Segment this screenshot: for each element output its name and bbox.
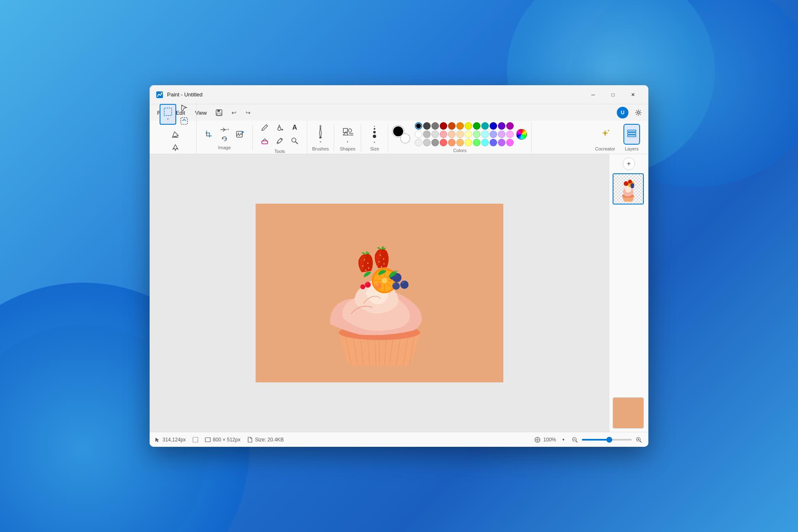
- svg-point-79: [537, 439, 538, 441]
- zoom-in-button[interactable]: [634, 435, 643, 444]
- svg-rect-13: [262, 141, 268, 144]
- text-button[interactable]: A: [288, 121, 302, 134]
- palette-row-3: [415, 139, 514, 146]
- cocreator-label: Cocreator: [595, 146, 615, 151]
- color-silver[interactable]: [423, 139, 431, 146]
- color-cyan[interactable]: [481, 139, 489, 146]
- color-light-orange[interactable]: [456, 131, 464, 138]
- color-coral[interactable]: [448, 139, 456, 146]
- fill-button[interactable]: [273, 121, 287, 134]
- brush-button[interactable]: ▾: [312, 124, 329, 145]
- svg-rect-24: [628, 130, 636, 132]
- background-color[interactable]: [401, 134, 410, 143]
- size-button[interactable]: ▾: [366, 124, 383, 145]
- svg-rect-23: [628, 133, 636, 134]
- close-button[interactable]: ✕: [623, 88, 643, 101]
- zoom-dropdown-button[interactable]: ▾: [559, 435, 568, 444]
- maximize-button[interactable]: □: [603, 88, 623, 101]
- menu-right-controls: U: [617, 107, 645, 118]
- color-blue[interactable]: [490, 122, 497, 130]
- svg-point-54: [383, 264, 384, 265]
- color-black[interactable]: [415, 122, 422, 130]
- minimize-button[interactable]: ─: [584, 88, 603, 101]
- color-lavender[interactable]: [498, 131, 505, 138]
- title-bar: Paint - Untitled ─ □ ✕: [150, 85, 648, 104]
- eyedropper-button[interactable]: [273, 135, 287, 147]
- zoom-out-button[interactable]: [570, 435, 579, 444]
- eraser-button[interactable]: [258, 135, 272, 147]
- svg-point-46: [364, 259, 365, 261]
- background-color-swatch[interactable]: [613, 397, 644, 429]
- svg-point-49: [368, 268, 369, 269]
- color-magenta[interactable]: [506, 122, 514, 130]
- main-content: +: [150, 154, 648, 432]
- palette-row-2: [415, 131, 514, 138]
- color-orange[interactable]: [456, 122, 464, 130]
- color-darkgray[interactable]: [423, 122, 431, 130]
- color-teal[interactable]: [481, 122, 489, 130]
- color-green[interactable]: [473, 122, 480, 130]
- color-near-white[interactable]: [415, 139, 422, 146]
- color-gold[interactable]: [456, 139, 464, 146]
- user-avatar[interactable]: U: [617, 107, 628, 118]
- image-rotate-button[interactable]: [217, 134, 232, 143]
- layer-1-thumbnail[interactable]: [613, 173, 644, 204]
- color-fuchsia[interactable]: [506, 139, 514, 146]
- cursor-position: 314,124px: [155, 437, 186, 443]
- cocreator-button[interactable]: [597, 124, 613, 145]
- pencil-button[interactable]: [258, 121, 272, 134]
- color-light-green[interactable]: [473, 131, 480, 138]
- color-violet[interactable]: [498, 139, 505, 146]
- selection-rect-button[interactable]: ▾: [160, 104, 176, 125]
- dimensions-icon: [205, 437, 211, 443]
- color-lightgray[interactable]: [431, 131, 439, 138]
- color-salmon[interactable]: [440, 139, 447, 146]
- tools-label: Tools: [274, 149, 285, 154]
- image-select-button[interactable]: [177, 115, 191, 127]
- color-light-cyan[interactable]: [481, 131, 489, 138]
- crop-button[interactable]: [202, 128, 216, 140]
- color-peach[interactable]: [448, 131, 456, 138]
- color-lightgray2[interactable]: [423, 131, 431, 138]
- shapes-button[interactable]: ▾: [339, 124, 356, 145]
- color-orange-dark[interactable]: [448, 122, 456, 130]
- ai-image-button[interactable]: [233, 128, 247, 140]
- size-group: ▾ Size: [361, 124, 388, 151]
- undo-button[interactable]: ↩: [227, 107, 241, 118]
- app-icon: [155, 91, 164, 99]
- color-light-yellow[interactable]: [465, 131, 472, 138]
- color-yellow[interactable]: [465, 122, 472, 130]
- canvas-area[interactable]: [150, 154, 609, 432]
- selection-fill-button[interactable]: [168, 128, 182, 140]
- color-darkred[interactable]: [440, 122, 447, 130]
- save-button[interactable]: [212, 107, 226, 118]
- layers-toolbar-button[interactable]: [623, 124, 640, 145]
- undo-redo-group: ↩ ↪: [227, 107, 255, 118]
- color-light-magenta[interactable]: [506, 131, 514, 138]
- settings-button[interactable]: [632, 107, 645, 118]
- toolbar: ▾: [150, 121, 648, 154]
- color-gray[interactable]: [431, 122, 439, 130]
- color-white[interactable]: [415, 131, 422, 138]
- zoom-section: 100% ▾: [534, 435, 643, 444]
- color-bright-blue[interactable]: [490, 139, 497, 146]
- color-medium-gray[interactable]: [431, 139, 439, 146]
- free-select-button[interactable]: [177, 101, 191, 114]
- color-purple[interactable]: [498, 122, 505, 130]
- svg-point-21: [348, 129, 352, 132]
- file-size-text: Size: 20.4KB: [255, 437, 283, 443]
- selection-arrow-button[interactable]: [168, 141, 182, 154]
- image-adjust-button[interactable]: ▾: [217, 125, 232, 134]
- color-bright-green[interactable]: [473, 139, 480, 146]
- svg-point-55: [381, 266, 382, 268]
- add-layer-button[interactable]: +: [623, 158, 635, 170]
- color-bright-yellow[interactable]: [465, 139, 472, 146]
- color-light-blue[interactable]: [490, 131, 497, 138]
- redo-button[interactable]: ↪: [241, 107, 255, 118]
- svg-rect-19: [320, 125, 321, 128]
- zoom-slider[interactable]: [582, 439, 632, 441]
- color-pink[interactable]: [440, 131, 447, 138]
- svg-line-90: [640, 441, 642, 442]
- magnifier-button[interactable]: [288, 135, 302, 147]
- color-picker-button[interactable]: [516, 129, 527, 140]
